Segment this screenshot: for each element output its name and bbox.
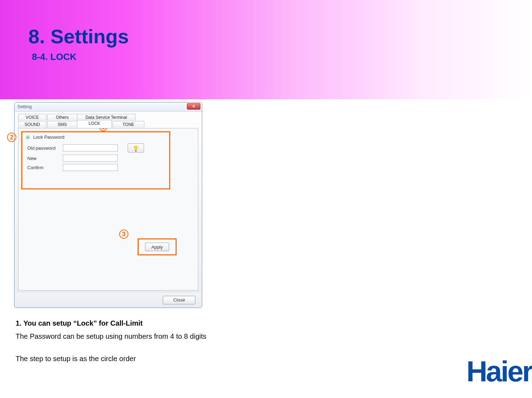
dialog-close-button[interactable]: x bbox=[187, 103, 200, 110]
radio-selected-icon[interactable] bbox=[26, 136, 30, 139]
haier-logo: Haier bbox=[466, 355, 532, 388]
tab-strip: VOICE Others Data Service Terminal SOUND… bbox=[18, 114, 198, 129]
lock-password-group: Lock Password Old password New Confirm bbox=[21, 131, 170, 189]
tab-sound[interactable]: SOUND bbox=[18, 121, 46, 128]
dialog-titlebar: Setting x bbox=[15, 103, 202, 112]
old-password-label: Old password bbox=[27, 145, 63, 151]
note-line-1: 1. You can setup “Lock” for Call-Limit bbox=[16, 319, 206, 327]
tab-others[interactable]: Others bbox=[47, 114, 77, 121]
settings-dialog: Setting x VOICE Others Data Service Term… bbox=[14, 102, 202, 308]
callout-marker-2: 2 bbox=[7, 133, 16, 142]
confirm-password-input[interactable] bbox=[63, 164, 118, 171]
callout-marker-3: 3 bbox=[119, 230, 128, 239]
tab-sms[interactable]: SMS bbox=[47, 121, 77, 128]
page-subtitle: 8-4. LOCK bbox=[32, 51, 129, 62]
old-password-input[interactable] bbox=[63, 144, 118, 151]
hint-button[interactable] bbox=[128, 143, 144, 153]
close-button[interactable]: Close bbox=[163, 296, 195, 304]
tab-voice[interactable]: VOICE bbox=[18, 114, 46, 121]
lock-password-group-title: Lock Password bbox=[26, 134, 166, 140]
note-line-3: The step to setup is as the circle order bbox=[16, 355, 206, 363]
dialog-footer: Close bbox=[15, 292, 202, 308]
tab-tone[interactable]: TONE bbox=[112, 121, 144, 128]
new-password-label: New bbox=[27, 156, 63, 161]
note-line-2: The Password can be setup using numbers … bbox=[16, 332, 206, 341]
apply-button[interactable]: Apply bbox=[145, 243, 169, 251]
apply-callout: Apply bbox=[138, 238, 177, 255]
tab-content-lock: Lock Password Old password New Confirm A… bbox=[18, 128, 198, 291]
confirm-password-label: Confirm bbox=[27, 165, 63, 170]
lock-password-label: Lock Password bbox=[33, 134, 65, 140]
new-password-input[interactable] bbox=[63, 155, 118, 162]
lightbulb-icon bbox=[133, 145, 138, 150]
instruction-notes: 1. You can setup “Lock” for Call-Limit T… bbox=[16, 319, 206, 363]
tab-lock[interactable]: LOCK bbox=[77, 120, 112, 128]
dialog-title: Setting bbox=[17, 104, 32, 109]
page-title: 8. Settings bbox=[28, 25, 129, 48]
